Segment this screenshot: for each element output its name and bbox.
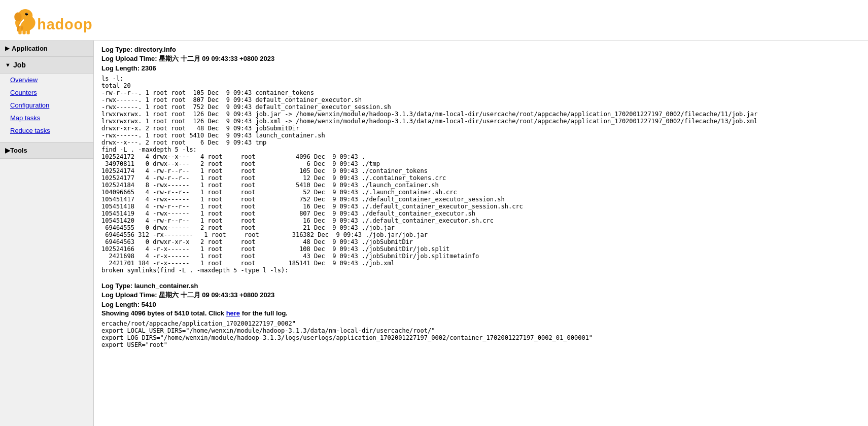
sidebar-item-counters[interactable]: Counters (0, 86, 93, 99)
sidebar: ▶ Application ▼ Job Overview Counters Co… (0, 41, 94, 426)
content-area: Log Type: directory.info Log Upload Time… (94, 41, 868, 426)
sidebar-item-reduce-tasks[interactable]: Reduce tasks (0, 124, 93, 137)
log2-upload: Log Upload Time: 星期六 十二月 09 09:43:33 +08… (101, 291, 860, 300)
log2-showing-suffix: for the full log. (240, 309, 288, 317)
svg-point-4 (27, 13, 28, 14)
application-arrow-icon: ▶ (5, 45, 9, 52)
log1-length: Log Length: 2306 (101, 64, 860, 72)
sidebar-item-overview[interactable]: Overview (0, 74, 93, 86)
log2-length: Log Length: 5410 (101, 301, 860, 308)
svg-rect-7 (27, 29, 30, 34)
sidebar-application-header[interactable]: ▶ Application (0, 41, 93, 57)
tools-arrow-icon: ▶ (5, 147, 10, 154)
svg-text:hadoop: hadoop (37, 16, 92, 32)
svg-rect-5 (18, 29, 21, 34)
main-layout: ▶ Application ▼ Job Overview Counters Co… (0, 41, 868, 426)
sidebar-job-header[interactable]: ▼ Job (0, 57, 93, 74)
logo: hadoop (6, 5, 97, 36)
sidebar-tools-label: Tools (10, 147, 27, 154)
sidebar-job-label: Job (13, 61, 26, 69)
svg-point-2 (14, 12, 21, 21)
log-section-2: Log Type: launch_container.sh Log Upload… (101, 282, 860, 348)
log2-showing-text: Showing 4096 bytes of 5410 total. Click (101, 309, 226, 317)
sidebar-item-map-tasks[interactable]: Map tasks (0, 112, 93, 124)
sidebar-tools-header[interactable]: ▶ Tools (0, 142, 93, 159)
svg-rect-6 (22, 29, 25, 34)
log2-type: Log Type: launch_container.sh (101, 282, 860, 290)
job-arrow-icon: ▼ (5, 62, 11, 68)
sidebar-application-label: Application (12, 45, 48, 52)
log2-body: ercache/root/appcache/application_170200… (101, 320, 860, 348)
log2-here-link[interactable]: here (226, 309, 240, 317)
svg-point-3 (25, 13, 28, 15)
log2-showing: Showing 4096 bytes of 5410 total. Click … (101, 309, 860, 317)
log-section-1: Log Type: directory.info Log Upload Time… (101, 46, 860, 274)
log1-upload: Log Upload Time: 星期六 十二月 09 09:43:33 +08… (101, 54, 860, 63)
sidebar-item-configuration[interactable]: Configuration (0, 99, 93, 112)
header: hadoop (0, 0, 868, 41)
log1-type: Log Type: directory.info (101, 46, 860, 53)
log1-body: ls -l: total 20 -rw-r--r--. 1 root root … (101, 75, 860, 274)
